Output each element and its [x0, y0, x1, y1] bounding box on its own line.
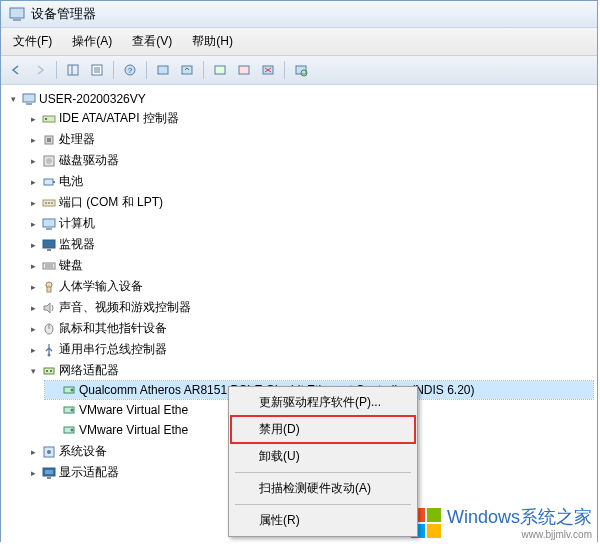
- device-label: IDE ATA/ATAPI 控制器: [59, 110, 179, 127]
- svg-rect-2: [68, 65, 78, 75]
- device-node-cat-0[interactable]: ▸IDE ATA/ATAPI 控制器: [25, 109, 593, 128]
- svg-rect-27: [44, 179, 53, 185]
- svg-rect-12: [215, 66, 225, 74]
- device-label: 磁盘驱动器: [59, 152, 119, 169]
- device-label: 端口 (COM 和 LPT): [59, 194, 163, 211]
- expand-icon[interactable]: ▸: [27, 344, 39, 356]
- scan-hardware-button[interactable]: [290, 59, 312, 81]
- svg-rect-57: [45, 470, 53, 474]
- device-node-cat-10[interactable]: ▸鼠标和其他指针设备: [25, 319, 593, 338]
- root-computer-node[interactable]: ▾ USER-20200326VY: [5, 90, 593, 108]
- expand-icon[interactable]: ▸: [27, 260, 39, 272]
- device-node-cat-3[interactable]: ▸电池: [25, 172, 593, 191]
- svg-rect-22: [45, 118, 47, 120]
- device-node-cat-8[interactable]: ▸人体学输入设备: [25, 277, 593, 296]
- expand-icon[interactable]: ▸: [27, 323, 39, 335]
- svg-rect-0: [10, 8, 24, 18]
- device-node-cat-2[interactable]: ▸磁盘驱动器: [25, 151, 593, 170]
- device-label: 计算机: [59, 215, 95, 232]
- menu-help[interactable]: 帮助(H): [184, 31, 241, 52]
- separator: [203, 61, 204, 79]
- help-button[interactable]: ?: [119, 59, 141, 81]
- forward-button[interactable]: [29, 59, 51, 81]
- show-hide-button[interactable]: [62, 59, 84, 81]
- svg-rect-1: [13, 19, 21, 21]
- expand-icon[interactable]: ▸: [27, 239, 39, 251]
- expand-icon[interactable]: ▸: [27, 176, 39, 188]
- expand-icon[interactable]: ▸: [27, 281, 39, 293]
- device-node-cat-7[interactable]: ▸键盘: [25, 256, 593, 275]
- device-node-cat-11[interactable]: ▸通用串行总线控制器: [25, 340, 593, 359]
- port-icon: [41, 195, 57, 211]
- expand-icon[interactable]: ▸: [27, 446, 39, 458]
- device-node-cat-4[interactable]: ▸端口 (COM 和 LPT): [25, 193, 593, 212]
- root-label: USER-20200326VY: [39, 92, 146, 106]
- expand-icon[interactable]: ▸: [27, 134, 39, 146]
- separator: [113, 61, 114, 79]
- watermark: Windows系统之家 www.bjjmlv.com: [411, 505, 592, 540]
- svg-rect-11: [182, 66, 192, 74]
- titlebar: 设备管理器: [1, 1, 597, 28]
- svg-point-32: [51, 202, 53, 204]
- svg-rect-36: [47, 249, 51, 251]
- ctx-disable[interactable]: 禁用(D): [231, 416, 415, 443]
- watermark-url: www.bjjmlv.com: [522, 529, 592, 540]
- ctx-separator: [235, 472, 411, 473]
- scan-button[interactable]: [152, 59, 174, 81]
- menu-action[interactable]: 操作(A): [64, 31, 120, 52]
- expand-icon[interactable]: ▸: [27, 155, 39, 167]
- svg-text:?: ?: [128, 66, 133, 75]
- svg-rect-34: [46, 228, 52, 230]
- svg-rect-20: [26, 103, 32, 105]
- device-label: VMware Virtual Ethe: [79, 403, 188, 417]
- svg-point-53: [71, 429, 74, 432]
- device-node-cat-5[interactable]: ▸计算机: [25, 214, 593, 233]
- svg-point-55: [47, 450, 51, 454]
- svg-point-30: [45, 202, 47, 204]
- nic-icon: [61, 422, 77, 438]
- keyboard-icon: [41, 258, 57, 274]
- svg-point-31: [48, 202, 50, 204]
- device-node-cat-6[interactable]: ▸监视器: [25, 235, 593, 254]
- device-label: 键盘: [59, 257, 83, 274]
- device-label: 鼠标和其他指针设备: [59, 320, 167, 337]
- svg-point-26: [46, 158, 52, 164]
- app-icon: [9, 6, 25, 22]
- device-label: 声音、视频和游戏控制器: [59, 299, 191, 316]
- device-node-cat-9[interactable]: ▸声音、视频和游戏控制器: [25, 298, 593, 317]
- svg-rect-33: [43, 219, 55, 227]
- device-label: 电池: [59, 173, 83, 190]
- update-button[interactable]: [176, 59, 198, 81]
- expand-icon[interactable]: ▸: [27, 197, 39, 209]
- expand-icon[interactable]: ▸: [27, 302, 39, 314]
- enable-button[interactable]: [209, 59, 231, 81]
- back-button[interactable]: [5, 59, 27, 81]
- window-title: 设备管理器: [31, 5, 96, 23]
- uninstall-button[interactable]: [257, 59, 279, 81]
- expand-icon[interactable]: ▸: [27, 467, 39, 479]
- separator: [146, 61, 147, 79]
- device-label: 网络适配器: [59, 362, 119, 379]
- device-node-network[interactable]: ▾网络适配器: [25, 361, 593, 380]
- toolbar: ?: [1, 56, 597, 85]
- menu-file[interactable]: 文件(F): [5, 31, 60, 52]
- ctx-scan-hardware[interactable]: 扫描检测硬件改动(A): [231, 475, 415, 502]
- computer-icon: [21, 91, 37, 107]
- device-node-cat-1[interactable]: ▸处理器: [25, 130, 593, 149]
- expand-icon[interactable]: ▸: [27, 113, 39, 125]
- collapse-icon[interactable]: ▾: [27, 365, 39, 377]
- display-icon: [41, 465, 57, 481]
- nic-icon: [61, 402, 77, 418]
- network-icon: [41, 363, 57, 379]
- properties-button[interactable]: [86, 59, 108, 81]
- device-label: VMware Virtual Ethe: [79, 423, 188, 437]
- device-label: 人体学输入设备: [59, 278, 143, 295]
- menu-view[interactable]: 查看(V): [124, 31, 180, 52]
- collapse-icon[interactable]: ▾: [7, 93, 19, 105]
- disable-button[interactable]: [233, 59, 255, 81]
- ctx-update-driver[interactable]: 更新驱动程序软件(P)...: [231, 389, 415, 416]
- expand-icon[interactable]: ▸: [27, 218, 39, 230]
- ctx-uninstall[interactable]: 卸载(U): [231, 443, 415, 470]
- svg-rect-46: [46, 370, 48, 372]
- ctx-properties[interactable]: 属性(R): [231, 507, 415, 534]
